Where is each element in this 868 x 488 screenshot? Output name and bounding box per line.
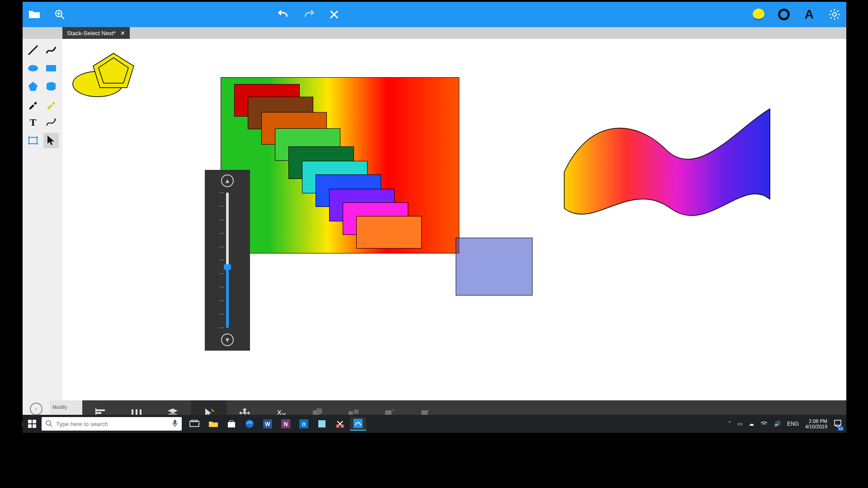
svg-rect-35 xyxy=(33,420,36,423)
tray-chevron-icon[interactable]: ˄ xyxy=(728,421,731,427)
settings-icon[interactable] xyxy=(827,7,842,22)
svg-point-6 xyxy=(28,65,38,71)
document-tab[interactable]: Stack-Select Next* ✕ xyxy=(62,27,130,39)
taskbar-app-store[interactable] xyxy=(223,417,240,431)
warp-tool[interactable] xyxy=(43,79,59,94)
taskbar-app-sticky-notes[interactable] xyxy=(314,417,330,431)
folder-icon[interactable] xyxy=(27,7,42,22)
tray-battery-icon[interactable]: ▭ xyxy=(737,421,742,427)
document-tab-bar: Stack-Select Next* ✕ xyxy=(23,27,846,39)
fill-color-swatch[interactable] xyxy=(751,7,766,22)
zoom-icon[interactable] xyxy=(52,7,67,22)
taskbar-app-edge[interactable] xyxy=(241,417,258,431)
tray-language[interactable]: ENG xyxy=(787,421,799,427)
svg-point-13 xyxy=(36,143,38,145)
tray-wifi-icon[interactable] xyxy=(760,420,768,428)
svg-rect-42 xyxy=(192,420,197,422)
ellipse-tool[interactable] xyxy=(25,61,41,76)
canvas-floating-rectangle[interactable] xyxy=(456,238,533,296)
taskbar-app-outlook[interactable]: O xyxy=(296,417,312,431)
svg-point-10 xyxy=(28,136,30,138)
svg-rect-34 xyxy=(28,420,32,423)
canvas-shape-yellow-group[interactable] xyxy=(71,48,143,102)
svg-rect-9 xyxy=(29,137,37,144)
ribbon-section-modify[interactable]: Modify xyxy=(52,404,80,410)
svg-rect-43 xyxy=(228,422,235,427)
svg-rect-41 xyxy=(190,421,199,427)
svg-rect-40 xyxy=(174,420,176,424)
taskbar-app-word[interactable]: W xyxy=(259,417,276,431)
tray-onedrive-icon[interactable]: ☁ xyxy=(749,421,754,427)
tool-palette: T xyxy=(23,39,62,400)
stack-up-button[interactable]: ▲ xyxy=(221,174,234,187)
taskbar-search-input[interactable] xyxy=(56,421,168,427)
pointer-tool[interactable] xyxy=(43,133,59,148)
tray-notifications-icon[interactable]: 12 xyxy=(834,419,842,429)
tab-title: Stack-Select Next* xyxy=(67,30,116,37)
svg-marker-8 xyxy=(28,82,38,91)
line-tool[interactable] xyxy=(25,42,41,58)
tray-date: 4/10/2019 xyxy=(805,424,827,429)
svg-line-39 xyxy=(50,425,52,427)
app-window: A Stack-Select Next* ✕ T xyxy=(23,2,846,433)
svg-rect-54 xyxy=(354,419,363,428)
svg-point-4 xyxy=(833,13,836,16)
path-edit-tool[interactable] xyxy=(43,115,59,130)
taskbar-app-onenote[interactable]: N xyxy=(278,417,294,431)
svg-text:W: W xyxy=(265,421,270,427)
ribbon-collapse-button[interactable]: ↑ xyxy=(30,403,42,415)
stroke-color-swatch[interactable] xyxy=(777,7,791,22)
delete-icon[interactable] xyxy=(327,7,341,22)
mic-icon[interactable] xyxy=(172,419,178,429)
taskbar-app-file-explorer[interactable] xyxy=(205,417,222,431)
main-area: T xyxy=(23,39,846,400)
svg-point-11 xyxy=(36,136,38,138)
text-style-icon[interactable]: A xyxy=(802,7,816,22)
start-button[interactable] xyxy=(25,417,39,431)
svg-rect-36 xyxy=(28,424,32,428)
svg-rect-18 xyxy=(96,412,101,414)
top-toolbar: A xyxy=(23,2,846,27)
rectangle-tool[interactable] xyxy=(43,61,59,76)
undo-icon[interactable] xyxy=(276,7,291,22)
tray-clock[interactable]: 2:08 PM 4/10/2019 xyxy=(805,418,827,429)
svg-rect-7 xyxy=(46,65,56,71)
drawing-canvas[interactable]: ▲ ▼ xyxy=(62,39,846,400)
svg-line-5 xyxy=(28,46,38,55)
svg-point-38 xyxy=(46,421,51,425)
stack-slider-panel: ▲ ▼ xyxy=(205,170,250,351)
svg-point-12 xyxy=(28,143,30,145)
svg-text:N: N xyxy=(284,421,288,427)
node-select-tool[interactable] xyxy=(25,133,41,148)
windows-taskbar: W N O ˄ ▭ ☁ 🔊 ENG 2:08 PM 4/10/2019 12 xyxy=(23,415,846,433)
canvas-stack-rect-9[interactable] xyxy=(356,216,422,249)
freehand-tool[interactable] xyxy=(43,42,59,58)
svg-rect-37 xyxy=(33,424,36,428)
canvas-wave-shape[interactable] xyxy=(562,100,774,235)
polygon-tool[interactable] xyxy=(25,79,41,94)
svg-rect-17 xyxy=(96,409,105,411)
highlighter-tool[interactable] xyxy=(43,97,59,112)
svg-line-1 xyxy=(61,16,64,19)
taskbar-apps: W N O xyxy=(205,417,366,431)
system-tray: ˄ ▭ ☁ 🔊 ENG 2:08 PM 4/10/2019 12 xyxy=(728,418,842,429)
svg-rect-31 xyxy=(354,409,359,414)
svg-rect-55 xyxy=(835,420,841,425)
eyedropper-tool[interactable] xyxy=(25,97,41,112)
tray-time: 2:08 PM xyxy=(805,418,827,424)
svg-rect-29 xyxy=(316,408,322,414)
search-icon xyxy=(45,420,52,428)
text-tool[interactable]: T xyxy=(25,115,41,130)
stack-slider-ticks xyxy=(219,192,236,328)
tab-close-icon[interactable]: ✕ xyxy=(120,30,125,37)
svg-text:O: O xyxy=(302,422,306,427)
task-view-icon[interactable] xyxy=(186,417,203,431)
redo-icon[interactable] xyxy=(302,7,316,22)
stack-down-button[interactable]: ▼ xyxy=(221,333,234,346)
taskbar-app-drawing[interactable] xyxy=(350,417,366,431)
taskbar-search[interactable] xyxy=(42,417,182,431)
tray-volume-icon[interactable]: 🔊 xyxy=(774,421,781,427)
svg-rect-51 xyxy=(318,420,326,427)
taskbar-app-snip[interactable] xyxy=(332,417,348,431)
